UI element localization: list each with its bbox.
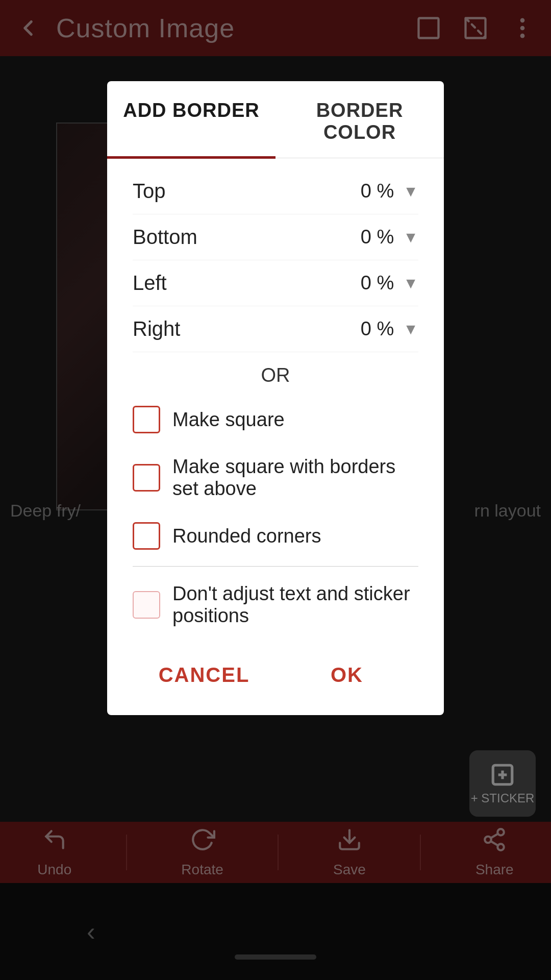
make-square-checkbox[interactable] [133, 406, 160, 433]
top-border-row: Top 0 % ▼ [133, 168, 418, 214]
bottom-dropdown-icon[interactable]: ▼ [403, 229, 418, 246]
left-dropdown-icon[interactable]: ▼ [403, 275, 418, 292]
top-label: Top [133, 180, 361, 203]
ok-button[interactable]: OK [276, 653, 418, 697]
right-border-row: Right 0 % ▼ [133, 306, 418, 352]
modal-body: Top 0 % ▼ Bottom 0 % ▼ Left 0 % ▼ Right … [107, 158, 444, 643]
right-label: Right [133, 317, 361, 340]
modal-divider [133, 566, 418, 567]
right-value: 0 % [361, 318, 394, 340]
top-value: 0 % [361, 180, 394, 202]
modal-overlay: ADD BORDER BORDER COLOR Top 0 % ▼ Bottom… [0, 0, 551, 980]
make-square-borders-row: Make square with borders set above [133, 445, 418, 511]
dont-adjust-label: Don't adjust text and sticker positions [172, 583, 418, 627]
rounded-corners-label: Rounded corners [172, 525, 321, 547]
dont-adjust-row: Don't adjust text and sticker positions [133, 572, 418, 638]
left-value: 0 % [361, 272, 394, 294]
bottom-border-row: Bottom 0 % ▼ [133, 214, 418, 260]
rounded-corners-row: Rounded corners [133, 511, 418, 561]
right-dropdown-icon[interactable]: ▼ [403, 321, 418, 338]
modal-tabs: ADD BORDER BORDER COLOR [107, 81, 444, 158]
bottom-label: Bottom [133, 226, 361, 249]
tab-add-border[interactable]: ADD BORDER [107, 81, 276, 158]
make-square-borders-checkbox[interactable] [133, 464, 160, 492]
or-divider: OR [133, 352, 418, 395]
make-square-borders-label: Make square with borders set above [172, 456, 418, 500]
tab-border-color[interactable]: BORDER COLOR [276, 81, 444, 158]
make-square-row: Make square [133, 395, 418, 445]
left-border-row: Left 0 % ▼ [133, 260, 418, 306]
bottom-value: 0 % [361, 226, 394, 248]
left-label: Left [133, 272, 361, 295]
rounded-corners-checkbox[interactable] [133, 522, 160, 550]
top-dropdown-icon[interactable]: ▼ [403, 183, 418, 200]
make-square-label: Make square [172, 409, 285, 431]
modal-footer: CANCEL OK [107, 643, 444, 715]
dont-adjust-checkbox[interactable] [133, 591, 160, 619]
border-dialog: ADD BORDER BORDER COLOR Top 0 % ▼ Bottom… [107, 81, 444, 715]
cancel-button[interactable]: CANCEL [133, 653, 276, 697]
